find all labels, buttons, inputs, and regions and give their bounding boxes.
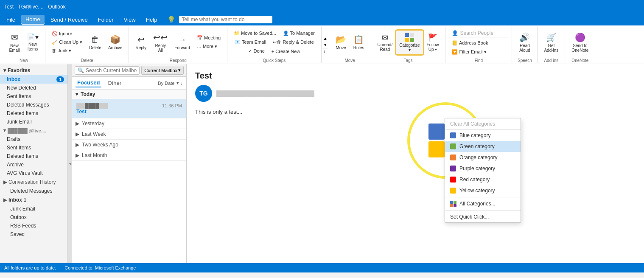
mailbox-label: Current Mailbox xyxy=(144,68,177,73)
scroll-up[interactable]: ▲ xyxy=(322,35,328,42)
clear-all-categories: Clear All Categories xyxy=(445,118,521,130)
find-group-label: Find xyxy=(475,57,483,63)
delete-label: Delete xyxy=(89,45,101,50)
conversation-history-header[interactable]: ▶ Conversation History xyxy=(0,177,67,187)
email-subject-display: Test xyxy=(195,71,636,81)
sidebar-item-drafts[interactable]: Drafts xyxy=(0,135,67,143)
today-label: Today xyxy=(81,91,95,97)
junk-button[interactable]: 🗑 Junk ▾ xyxy=(49,47,85,55)
search-people-box[interactable]: 👤 Search People xyxy=(449,29,508,37)
collapse-strip[interactable]: ◀ xyxy=(68,64,72,263)
clean-up-button[interactable]: 🧹 Clean Up ▾ xyxy=(49,38,85,46)
get-addins-button[interactable]: 🛒 GetAdd-ins xyxy=(541,30,561,55)
delete-button[interactable]: 🗑 Delete xyxy=(86,30,104,55)
reply-all-button[interactable]: ↩↩ ReplyAll xyxy=(150,30,171,55)
menu-bar: File Home Send / Receive Folder View Hel… xyxy=(0,14,644,25)
inbox2-header[interactable]: ▶ Inbox 1 xyxy=(0,195,67,205)
scroll-down[interactable]: ▼ xyxy=(322,42,328,48)
rss-feeds-label: RSS Feeds xyxy=(10,223,36,229)
cat-blue[interactable]: Blue category xyxy=(445,130,521,141)
set-quick-click[interactable]: Set Quick Click... xyxy=(445,211,521,222)
sidebar-item-deleted-items-fav[interactable]: Deleted Items xyxy=(0,109,67,118)
sidebar-item-sent-items-fav[interactable]: Sent Items xyxy=(0,92,67,101)
create-new-button[interactable]: + Create New xyxy=(269,47,303,55)
read-aloud-button[interactable]: 🔊 ReadAloud xyxy=(516,30,533,55)
last-month-group[interactable]: ▶ Last Month xyxy=(72,150,186,161)
main-area: ▾ Favorites Inbox 1 New Deleted Sent Ite… xyxy=(0,64,644,263)
last-week-chevron: ▶ xyxy=(76,131,79,137)
cat-all-categories[interactable]: All Categories... xyxy=(445,198,521,209)
to-manager-button[interactable]: 👤 To Manager xyxy=(280,29,318,37)
done-button[interactable]: ✓ Done xyxy=(245,47,267,55)
sort-area[interactable]: By Date ▾ ↓ xyxy=(158,80,183,86)
favorites-header[interactable]: ▾ Favorites xyxy=(0,66,67,75)
tell-me-input[interactable] xyxy=(179,16,272,23)
filter-email-button[interactable]: 🔽 Filter Email ▾ xyxy=(449,48,508,56)
reading-pane: Test TG ████████████ This is only a test… xyxy=(187,64,644,263)
menu-folder[interactable]: Folder xyxy=(94,15,118,24)
sidebar-item-avg-virus-vault[interactable]: AVG Virus Vault xyxy=(0,169,67,177)
email-search-area: 🔍 Current Mailbox ▾ xyxy=(72,64,186,77)
tab-focused[interactable]: Focused xyxy=(76,79,101,87)
menu-send-receive[interactable]: Send / Receive xyxy=(46,15,92,24)
cat-yellow[interactable]: Yellow category xyxy=(445,185,521,196)
forward-button[interactable]: → Forward xyxy=(171,30,193,55)
cat-red[interactable]: Red category xyxy=(445,174,521,185)
new-email-button[interactable]: ✉ NewEmail xyxy=(6,30,23,55)
search-box[interactable]: 🔍 xyxy=(75,66,140,75)
sidebar-item-new-deleted[interactable]: New Deleted xyxy=(0,84,67,92)
cat-orange[interactable]: Orange category xyxy=(445,152,521,163)
ignore-button[interactable]: 🚫 Ignore xyxy=(49,30,85,38)
categorize-button[interactable]: Categorize▾ xyxy=(396,31,423,54)
yesterday-group[interactable]: ▶ Yesterday xyxy=(72,118,186,129)
sidebar-item-saved[interactable]: Saved xyxy=(0,230,67,239)
send-to-onenote-button[interactable]: 🟣 Send toOneNote xyxy=(568,30,591,55)
move-to-saved-button[interactable]: 📁 Move to Saved... xyxy=(231,29,279,37)
find-col: 👤 Search People 📒 Address Book 🔽 Filter … xyxy=(449,29,508,56)
menu-file[interactable]: File xyxy=(2,15,20,24)
sidebar-item-sent-items[interactable]: Sent Items xyxy=(0,143,67,152)
sidebar-item-deleted-messages-fav[interactable]: Deleted Messages xyxy=(0,101,67,109)
rules-button[interactable]: 📋 Rules xyxy=(350,30,367,55)
menu-view[interactable]: View xyxy=(120,15,140,24)
sidebar-item-inbox[interactable]: Inbox 1 xyxy=(0,75,67,84)
sidebar-item-deleted-messages[interactable]: Deleted Messages xyxy=(0,187,67,195)
search-input[interactable] xyxy=(86,67,137,73)
cat-purple[interactable]: Purple category xyxy=(445,163,521,174)
cat-green[interactable]: Green category xyxy=(445,141,521,152)
more-respond-button[interactable]: … More ▾ xyxy=(194,42,224,51)
sidebar-item-outbox[interactable]: Outbox xyxy=(0,213,67,222)
new-items-button[interactable]: 📄▾ NewItems xyxy=(24,30,42,55)
sidebar-item-deleted-items[interactable]: Deleted Items xyxy=(0,152,67,160)
scroll-expand[interactable]: ↕ xyxy=(322,48,328,55)
ribbon-group-move: 📂 Move 📋 Rules Move xyxy=(329,27,371,63)
sidebar-item-archive[interactable]: Archive xyxy=(0,160,67,169)
rules-label: Rules xyxy=(353,45,364,50)
delete-group-buttons: 🚫 Ignore 🧹 Clean Up ▾ 🗑 Junk ▾ 🗑 Delete … xyxy=(49,27,125,57)
address-book-button[interactable]: 📒 Address Book xyxy=(449,39,508,47)
reply-label: Reply xyxy=(135,45,146,50)
reply-delete-button[interactable]: ↩🗑 Reply & Delete xyxy=(270,38,316,46)
email-item-test[interactable]: ████ 11:36 PM Test xyxy=(72,99,186,118)
sidebar-item-junk-email[interactable]: Junk Email xyxy=(0,205,67,213)
meeting-button[interactable]: 📅 Meeting xyxy=(194,34,224,42)
conversation-history-label: Conversation History xyxy=(8,179,56,185)
last-week-label: Last Week xyxy=(82,131,106,137)
menu-home[interactable]: Home xyxy=(21,15,45,25)
two-weeks-ago-group[interactable]: ▶ Two Weeks Ago xyxy=(72,140,186,150)
mailbox-button[interactable]: Current Mailbox ▾ xyxy=(141,66,184,75)
move-button[interactable]: 📂 Move xyxy=(333,30,350,55)
tab-other[interactable]: Other xyxy=(106,79,123,87)
last-week-group[interactable]: ▶ Last Week xyxy=(72,129,186,140)
follow-up-button[interactable]: 🚩 FollowUp ▾ xyxy=(424,31,442,54)
inbox2-chevron: ▶ xyxy=(3,197,7,203)
account-header[interactable]: ▾ ██████ @live.... xyxy=(0,126,67,135)
sidebar-item-junk-email-fav[interactable]: Junk Email xyxy=(0,118,67,126)
unread-read-button[interactable]: ✉ Unread/Read xyxy=(375,31,396,54)
archive-button[interactable]: 📦 Archive xyxy=(105,30,125,55)
menu-help[interactable]: Help xyxy=(142,15,162,24)
sidebar-item-rss-feeds[interactable]: RSS Feeds xyxy=(0,222,67,230)
today-group-header[interactable]: ▾ Today xyxy=(72,90,186,99)
reply-button[interactable]: ↩ Reply xyxy=(132,30,149,55)
team-email-button[interactable]: 📧 Team Email xyxy=(232,38,269,46)
